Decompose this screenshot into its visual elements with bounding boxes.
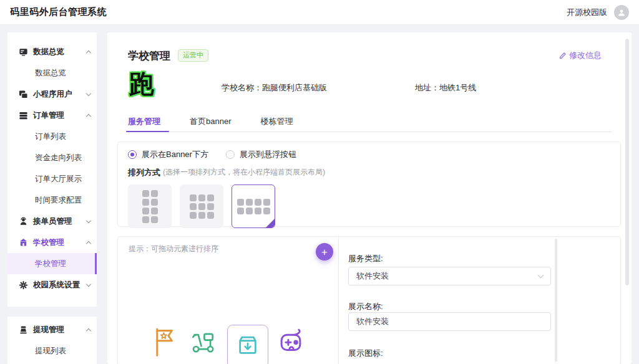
sidebar-item-label: 订单管理 [33,110,87,121]
display-position-radios: 展示在Banner下方 展示到悬浮按钮 [128,150,610,160]
radio-unchecked-icon[interactable] [226,150,235,159]
tab-bar: 服务管理 首页banner 楼栋管理 [128,116,612,132]
school-icon [19,238,28,247]
pencil-icon [559,52,567,59]
sidebar-item-campus-system-settings[interactable]: 校园系统设置 [7,274,97,295]
courier-icon [19,217,28,226]
radio-checked-icon[interactable] [128,150,137,159]
sidebar-subitem-time-requirement-config[interactable]: 时间要求配置 [7,189,97,211]
chevron-up-icon [86,114,91,119]
sidebar-subitem-label: 数据总览 [35,68,66,79]
dashboard-icon [19,47,28,57]
page-header: 学校管理 运营中 修改信息 跑 学校名称：跑腿便利店基础版 地址：地铁1号线 服… [107,32,632,132]
status-badge: 运营中 [178,49,208,62]
school-logo: 跑 [129,70,154,97]
tab-service-management[interactable]: 服务管理 [128,116,160,132]
grid-preview-4x2 [237,199,270,214]
user-avatar[interactable] [614,5,629,20]
school-address-field: 地址：地铁1号线 [415,82,476,93]
sidebar-main: 数据总览 数据总览 小程序用户 订单管理 订单列表 资金走向列表 订单大厅展示 … [7,32,97,307]
service-type-select[interactable]: 软件安装 [348,267,551,285]
sidebar-item-label: 学校管理 [33,237,87,248]
layout-option-3x3[interactable] [180,184,223,228]
school-name-field: 学校名称：跑腿便利店基础版 [222,82,327,93]
sidebar-subitem-label: 时间要求配置 [35,195,82,206]
layout-option-4x2-selected[interactable] [232,184,275,228]
chevron-up-icon [86,328,91,333]
sidebar-subitem-label: 订单列表 [35,132,66,142]
form-scrollbar[interactable] [555,239,557,362]
layout-option-2x4[interactable] [128,184,172,228]
sidebar-subitem-school-management[interactable]: 学校管理 [7,253,97,274]
tab-building-management[interactable]: 楼栋管理 [260,116,293,132]
game-controller-icon[interactable] [276,327,305,358]
page-title: 学校管理 [128,49,170,63]
chevron-down-icon [86,90,91,95]
settings-icon [19,280,28,290]
display-settings-panel: 展示在Banner下方 展示到悬浮按钮 排列方式 (选择一项排列方式，将在小程序… [117,141,621,227]
sidebar-subitem-withdraw-list[interactable]: 提现列表 [7,340,97,362]
withdraw-icon [19,325,28,335]
chevron-down-icon [86,218,91,223]
services-editor-panel: 提示：可拖动元素进行排序 + [117,236,621,364]
edit-info-link[interactable]: 修改信息 [559,50,602,61]
arrangement-label: 排列方式 [128,167,160,178]
drag-hint: 提示：可拖动元素进行排序 [129,244,218,254]
sidebar-withdraw-section: 提现管理 提现列表 [7,317,97,364]
sidebar-subitem-label: 资金走向列表 [35,153,82,163]
radio-under-banner[interactable]: 展示在Banner下方 [128,149,208,160]
sidebar-subitem-label: 学校管理 [35,259,66,269]
flag-icon[interactable] [152,326,177,360]
sidebar-item-courier-management[interactable]: 接单员管理 [7,211,97,232]
sidebar-item-label: 校园系统设置 [33,280,87,290]
miniprogram-users-icon [19,90,28,99]
grid-preview-2x4 [142,190,158,223]
tab-home-banner[interactable]: 首页banner [190,116,231,132]
chevron-down-icon [86,281,91,286]
school-info-row: 跑 学校名称：跑腿便利店基础版 地址：地铁1号线 [128,70,622,106]
sidebar-item-withdraw-management[interactable]: 提现管理 [7,319,97,340]
person-icon [617,8,626,17]
sidebar-subitem-data-overview[interactable]: 数据总览 [7,62,97,84]
sidebar-subitem-label: 订单大厅展示 [35,174,82,184]
service-type-label: 服务类型: [348,253,383,264]
sidebar-item-data-overview[interactable]: 数据总览 [7,41,97,62]
sidebar-item-label: 接单员管理 [33,216,87,227]
grid-preview-3x3 [190,194,214,219]
chevron-down-icon [538,272,544,278]
sidebar-subitem-order-list[interactable]: 订单列表 [7,126,97,147]
top-bar: 码里码外后台管理系统 开源校园版 [0,0,639,25]
download-box-icon [235,332,261,358]
display-icon-label: 展示图标: [348,348,383,359]
chevron-up-icon [86,241,91,246]
sidebar-item-school-management[interactable]: 学校管理 [7,232,97,253]
display-name-input[interactable]: 软件安装 [348,312,551,331]
sidebar-item-order-management[interactable]: 订单管理 [7,105,97,126]
sidebar-subitem-fund-flow-list[interactable]: 资金走向列表 [7,147,97,168]
sidebar-item-label: 小程序用户 [33,89,87,100]
layout-options [128,184,610,228]
add-service-button[interactable]: + [316,243,333,261]
orders-icon [19,111,28,120]
sidebar-item-label: 提现管理 [33,325,87,335]
sidebar-subitem-label: 提现列表 [35,346,66,357]
chevron-up-icon [86,50,91,55]
display-name-label: 展示名称: [348,301,383,312]
edition-label: 开源校园版 [567,7,607,18]
scooter-icon[interactable] [188,329,217,357]
sidebar-subitem-order-hall-display[interactable]: 订单大厅展示 [7,168,97,189]
main-content: 学校管理 运营中 修改信息 跑 学校名称：跑腿便利店基础版 地址：地铁1号线 服… [107,32,632,364]
sidebar-item-miniprogram-users[interactable]: 小程序用户 [7,84,97,105]
app-title: 码里码外后台管理系统 [10,6,107,18]
arrangement-hint: (选择一项排列方式，将在小程序端首页展示布局) [163,167,325,178]
sidebar-item-label: 数据总览 [33,47,87,57]
radio-floating-button[interactable]: 展示到悬浮按钮 [226,149,296,160]
arrangement-row: 排列方式 (选择一项排列方式，将在小程序端首页展示布局) [128,167,610,178]
selected-service-card[interactable] [227,325,268,364]
topbar-right: 开源校园版 [567,5,629,20]
main-scrollbar[interactable] [625,39,629,285]
panel-divider [338,237,339,364]
